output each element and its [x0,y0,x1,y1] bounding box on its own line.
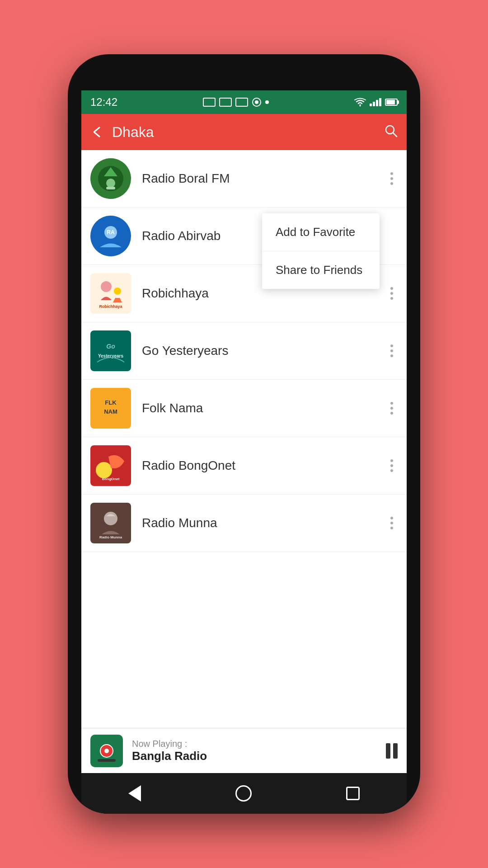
nav-recent-button[interactable] [346,787,360,800]
station-logo-radio-munna: Radio Munna [90,503,131,543]
svg-point-13 [101,281,112,292]
svg-point-1 [255,100,258,104]
nav-back-button[interactable] [128,785,141,802]
app-title: Dhaka [112,124,384,141]
now-playing-logo [90,735,123,767]
status-bar: 12:42 [81,90,407,114]
wifi-icon [354,98,366,107]
app-bar: Dhaka [81,114,407,150]
now-playing-label: Now Playing : [132,739,386,749]
station-name: Go Yesteryears [142,344,386,358]
svg-point-26 [104,512,117,525]
context-menu-add-favorite[interactable]: Add to Favorite [262,213,380,251]
context-menu-share-friends[interactable]: Share to Friends [262,251,380,289]
list-item[interactable]: Radio Munna Radio Munna [81,495,407,552]
status-right [354,98,398,107]
list-item[interactable]: Go Yesteryears Go Yesteryears [81,322,407,380]
station-name: Folk Nama [142,401,386,415]
svg-text:FLK: FLK [105,399,117,406]
station-logo-radio-abirvab: RA [90,216,131,256]
station-list: Radio Boral FM Add to Favorite Share to … [81,150,407,728]
station-logo-robichhaya: Robichhaya [90,273,131,314]
station-name: Radio Munna [142,516,386,530]
status-icon-3 [235,98,248,107]
now-playing-bar: Now Playing : Bangla Radio [81,728,407,773]
pause-button[interactable] [386,743,398,759]
svg-text:Radio Munna: Radio Munna [99,535,122,539]
station-name: Radio BongOnet [142,458,386,473]
status-time: 12:42 [90,96,117,108]
svg-text:Go: Go [106,343,115,350]
svg-rect-8 [106,187,115,189]
svg-point-30 [104,749,109,753]
svg-rect-31 [98,759,116,762]
status-icons [203,97,269,107]
more-button-radio-bongonet[interactable] [386,455,398,476]
svg-text:RA: RA [107,229,115,236]
signal-bars [370,98,381,106]
nav-home-button[interactable] [235,785,252,802]
more-button-robichhaya[interactable] [386,283,398,304]
svg-point-23 [96,462,112,478]
nav-bar [81,773,407,814]
more-button-radio-munna[interactable] [386,512,398,534]
status-icon-2 [219,98,232,107]
svg-text:NAM: NAM [104,408,117,415]
phone-shell: 12:42 [68,54,420,814]
svg-text:BongOnet: BongOnet [102,477,120,481]
now-playing-title: Bangla Radio [132,749,386,763]
svg-point-14 [114,288,121,295]
svg-point-7 [106,179,115,188]
search-button[interactable] [384,124,398,141]
station-logo-radio-bongonet: BongOnet [90,445,131,486]
battery-icon [385,99,398,106]
now-playing-info: Now Playing : Bangla Radio [132,739,386,763]
station-logo-go-yesteryears: Go Yesteryears [90,330,131,371]
back-button[interactable] [90,126,103,138]
status-icon-1 [203,98,216,107]
context-menu: Add to Favorite Share to Friends [262,213,380,289]
list-item[interactable]: Radio Boral FM [81,150,407,208]
sim-icon [252,97,262,107]
station-logo-radio-boral-fm [90,158,131,199]
more-button-folk-nama[interactable] [386,397,398,419]
list-item[interactable]: FLK NAM Folk Nama [81,380,407,437]
more-button-radio-boral-fm[interactable] [386,168,398,189]
list-item[interactable]: BongOnet Radio BongOnet [81,437,407,495]
screen: 12:42 [81,90,407,773]
station-logo-folk-nama: FLK NAM [90,388,131,429]
svg-line-3 [393,133,397,137]
svg-text:Robichhaya: Robichhaya [99,304,122,309]
station-name: Radio Boral FM [142,171,386,186]
status-dot [265,100,269,104]
more-button-go-yesteryears[interactable] [386,340,398,362]
svg-rect-16 [93,333,129,369]
